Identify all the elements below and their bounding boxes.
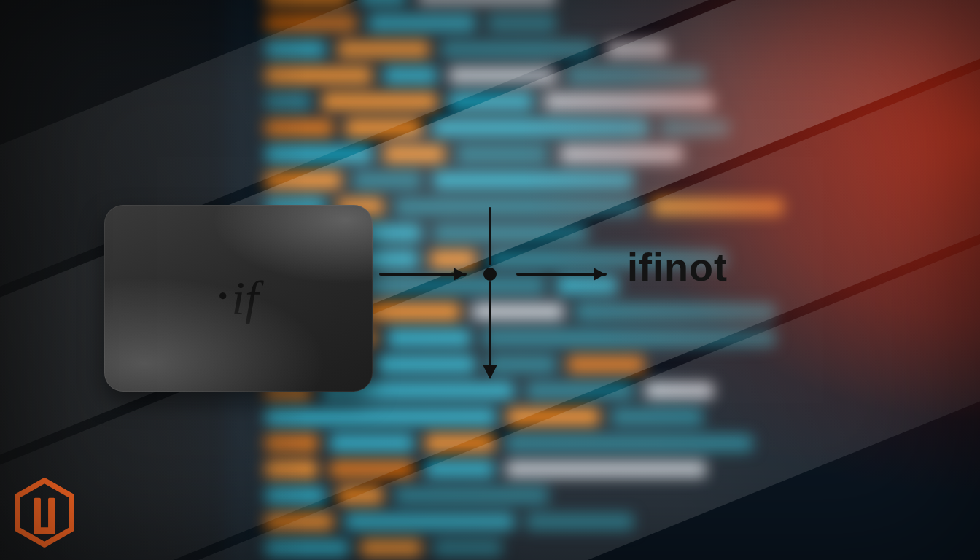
svg-marker-3 (454, 268, 465, 281)
magento-icon (13, 477, 76, 548)
if-card: • if (104, 205, 373, 392)
svg-marker-8 (18, 481, 71, 545)
if-card-label: if (232, 271, 259, 326)
if-card-dot: • (219, 282, 228, 310)
svg-rect-9 (34, 498, 41, 532)
svg-marker-6 (483, 365, 497, 379)
ifinot-label: ifinot (627, 244, 728, 289)
stage: • if ifinot (0, 0, 980, 560)
svg-rect-10 (48, 498, 55, 532)
svg-point-7 (483, 268, 497, 281)
svg-rect-11 (34, 527, 55, 534)
diagram-arrows (372, 201, 627, 391)
svg-marker-5 (594, 268, 605, 281)
